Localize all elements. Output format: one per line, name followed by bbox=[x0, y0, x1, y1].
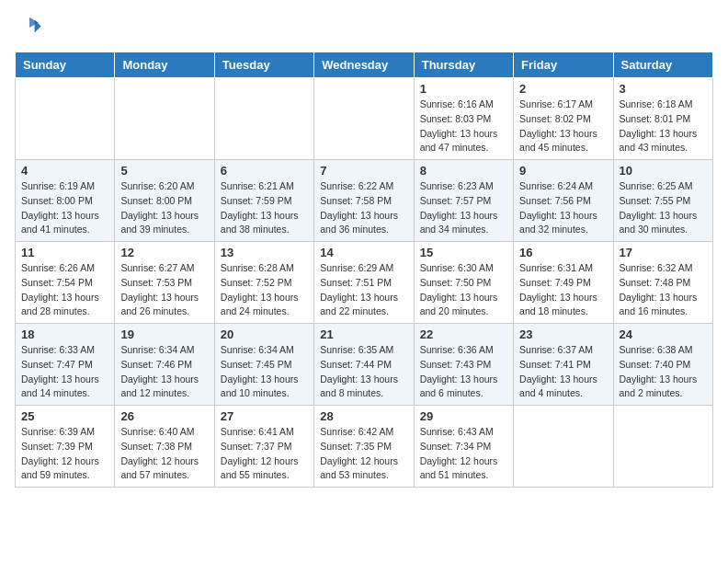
calendar-cell: 20Sunrise: 6:34 AM Sunset: 7:45 PM Dayli… bbox=[214, 324, 313, 406]
day-number: 23 bbox=[519, 327, 607, 341]
day-number: 21 bbox=[320, 327, 407, 341]
weekday-header-wednesday: Wednesday bbox=[314, 52, 414, 78]
day-number: 11 bbox=[21, 246, 108, 259]
day-number: 19 bbox=[120, 327, 208, 341]
day-info: Sunrise: 6:37 AM Sunset: 7:41 PM Dayligh… bbox=[519, 343, 607, 401]
day-info: Sunrise: 6:24 AM Sunset: 7:56 PM Dayligh… bbox=[519, 179, 607, 237]
day-info: Sunrise: 6:36 AM Sunset: 7:43 PM Dayligh… bbox=[420, 343, 507, 401]
day-number: 16 bbox=[519, 246, 607, 259]
day-info: Sunrise: 6:34 AM Sunset: 7:46 PM Dayligh… bbox=[120, 343, 208, 401]
calendar-cell bbox=[514, 406, 613, 488]
calendar-cell bbox=[314, 78, 414, 160]
calendar-cell: 19Sunrise: 6:34 AM Sunset: 7:46 PM Dayli… bbox=[115, 324, 214, 406]
calendar-cell bbox=[115, 78, 214, 160]
day-info: Sunrise: 6:34 AM Sunset: 7:45 PM Dayligh… bbox=[221, 343, 308, 401]
day-info: Sunrise: 6:16 AM Sunset: 8:03 PM Dayligh… bbox=[420, 98, 507, 155]
calendar-cell: 11Sunrise: 6:26 AM Sunset: 7:54 PM Dayli… bbox=[16, 242, 115, 324]
calendar-week-row: 4Sunrise: 6:19 AM Sunset: 8:00 PM Daylig… bbox=[16, 160, 713, 242]
day-info: Sunrise: 6:17 AM Sunset: 8:02 PM Dayligh… bbox=[519, 98, 607, 155]
day-number: 27 bbox=[221, 409, 308, 423]
day-number: 17 bbox=[620, 246, 707, 259]
day-number: 25 bbox=[21, 409, 108, 423]
day-number: 22 bbox=[420, 327, 507, 341]
calendar-cell: 4Sunrise: 6:19 AM Sunset: 8:00 PM Daylig… bbox=[16, 160, 115, 242]
day-number: 6 bbox=[221, 164, 308, 178]
day-info: Sunrise: 6:39 AM Sunset: 7:39 PM Dayligh… bbox=[21, 425, 108, 483]
calendar-cell: 15Sunrise: 6:30 AM Sunset: 7:50 PM Dayli… bbox=[414, 242, 513, 324]
calendar-cell: 14Sunrise: 6:29 AM Sunset: 7:51 PM Dayli… bbox=[314, 242, 414, 324]
day-info: Sunrise: 6:20 AM Sunset: 8:00 PM Dayligh… bbox=[120, 179, 208, 237]
calendar-cell: 23Sunrise: 6:37 AM Sunset: 7:41 PM Dayli… bbox=[514, 324, 613, 406]
day-number: 2 bbox=[519, 82, 607, 96]
weekday-header-friday: Friday bbox=[514, 52, 613, 78]
calendar-cell: 18Sunrise: 6:33 AM Sunset: 7:47 PM Dayli… bbox=[16, 324, 115, 406]
day-number: 24 bbox=[620, 327, 707, 341]
day-number: 7 bbox=[320, 164, 407, 178]
calendar-cell: 27Sunrise: 6:41 AM Sunset: 7:37 PM Dayli… bbox=[214, 406, 313, 488]
day-number: 29 bbox=[420, 409, 507, 423]
day-info: Sunrise: 6:31 AM Sunset: 7:49 PM Dayligh… bbox=[519, 261, 607, 319]
calendar-cell: 9Sunrise: 6:24 AM Sunset: 7:56 PM Daylig… bbox=[514, 160, 613, 242]
calendar-cell: 12Sunrise: 6:27 AM Sunset: 7:53 PM Dayli… bbox=[115, 242, 214, 324]
day-info: Sunrise: 6:22 AM Sunset: 7:58 PM Dayligh… bbox=[320, 179, 407, 237]
calendar-week-row: 25Sunrise: 6:39 AM Sunset: 7:39 PM Dayli… bbox=[16, 406, 713, 488]
day-number: 26 bbox=[120, 409, 208, 423]
day-info: Sunrise: 6:28 AM Sunset: 7:52 PM Dayligh… bbox=[221, 261, 308, 319]
calendar-header-row: SundayMondayTuesdayWednesdayThursdayFrid… bbox=[16, 52, 713, 78]
day-info: Sunrise: 6:21 AM Sunset: 7:59 PM Dayligh… bbox=[221, 179, 308, 237]
day-info: Sunrise: 6:25 AM Sunset: 7:55 PM Dayligh… bbox=[620, 179, 707, 237]
day-number: 4 bbox=[21, 164, 108, 178]
calendar-cell: 10Sunrise: 6:25 AM Sunset: 7:55 PM Dayli… bbox=[613, 160, 712, 242]
calendar-cell: 1Sunrise: 6:16 AM Sunset: 8:03 PM Daylig… bbox=[414, 78, 513, 160]
calendar-cell: 22Sunrise: 6:36 AM Sunset: 7:43 PM Dayli… bbox=[414, 324, 513, 406]
day-number: 9 bbox=[519, 164, 607, 178]
day-info: Sunrise: 6:38 AM Sunset: 7:40 PM Dayligh… bbox=[620, 343, 707, 401]
day-number: 13 bbox=[221, 246, 308, 259]
calendar-table: SundayMondayTuesdayWednesdayThursdayFrid… bbox=[15, 52, 713, 488]
calendar-cell: 25Sunrise: 6:39 AM Sunset: 7:39 PM Dayli… bbox=[16, 406, 115, 488]
calendar-cell: 7Sunrise: 6:22 AM Sunset: 7:58 PM Daylig… bbox=[314, 160, 414, 242]
day-number: 14 bbox=[320, 246, 407, 259]
day-number: 5 bbox=[120, 164, 208, 178]
calendar-cell: 6Sunrise: 6:21 AM Sunset: 7:59 PM Daylig… bbox=[214, 160, 313, 242]
calendar-cell: 28Sunrise: 6:42 AM Sunset: 7:35 PM Dayli… bbox=[314, 406, 414, 488]
day-number: 3 bbox=[620, 82, 707, 96]
calendar-cell: 8Sunrise: 6:23 AM Sunset: 7:57 PM Daylig… bbox=[414, 160, 513, 242]
day-info: Sunrise: 6:35 AM Sunset: 7:44 PM Dayligh… bbox=[320, 343, 407, 401]
calendar-cell: 29Sunrise: 6:43 AM Sunset: 7:34 PM Dayli… bbox=[414, 406, 513, 488]
day-number: 1 bbox=[420, 82, 507, 96]
day-info: Sunrise: 6:30 AM Sunset: 7:50 PM Dayligh… bbox=[420, 261, 507, 319]
calendar-week-row: 11Sunrise: 6:26 AM Sunset: 7:54 PM Dayli… bbox=[16, 242, 713, 324]
calendar-cell: 16Sunrise: 6:31 AM Sunset: 7:49 PM Dayli… bbox=[514, 242, 613, 324]
calendar-cell: 17Sunrise: 6:32 AM Sunset: 7:48 PM Dayli… bbox=[613, 242, 712, 324]
day-number: 28 bbox=[320, 409, 407, 423]
day-number: 18 bbox=[21, 327, 108, 341]
day-number: 8 bbox=[420, 164, 507, 178]
day-info: Sunrise: 6:32 AM Sunset: 7:48 PM Dayligh… bbox=[620, 261, 707, 319]
weekday-header-sunday: Sunday bbox=[16, 52, 115, 78]
day-info: Sunrise: 6:40 AM Sunset: 7:38 PM Dayligh… bbox=[120, 425, 208, 483]
day-info: Sunrise: 6:43 AM Sunset: 7:34 PM Dayligh… bbox=[420, 425, 507, 483]
calendar-cell: 24Sunrise: 6:38 AM Sunset: 7:40 PM Dayli… bbox=[613, 324, 712, 406]
weekday-header-monday: Monday bbox=[115, 52, 214, 78]
weekday-header-thursday: Thursday bbox=[414, 52, 513, 78]
calendar-cell bbox=[214, 78, 313, 160]
day-number: 20 bbox=[221, 327, 308, 341]
day-info: Sunrise: 6:29 AM Sunset: 7:51 PM Dayligh… bbox=[320, 261, 407, 319]
page-header bbox=[15, 15, 713, 44]
calendar-cell: 21Sunrise: 6:35 AM Sunset: 7:44 PM Dayli… bbox=[314, 324, 414, 406]
calendar-cell: 26Sunrise: 6:40 AM Sunset: 7:38 PM Dayli… bbox=[115, 406, 214, 488]
calendar-cell: 5Sunrise: 6:20 AM Sunset: 8:00 PM Daylig… bbox=[115, 160, 214, 242]
day-info: Sunrise: 6:41 AM Sunset: 7:37 PM Dayligh… bbox=[221, 425, 308, 483]
calendar-cell: 13Sunrise: 6:28 AM Sunset: 7:52 PM Dayli… bbox=[214, 242, 313, 324]
calendar-week-row: 18Sunrise: 6:33 AM Sunset: 7:47 PM Dayli… bbox=[16, 324, 713, 406]
day-info: Sunrise: 6:27 AM Sunset: 7:53 PM Dayligh… bbox=[120, 261, 208, 319]
day-info: Sunrise: 6:19 AM Sunset: 8:00 PM Dayligh… bbox=[21, 179, 108, 237]
weekday-header-saturday: Saturday bbox=[613, 52, 712, 78]
calendar-cell: 3Sunrise: 6:18 AM Sunset: 8:01 PM Daylig… bbox=[613, 78, 712, 160]
calendar-cell bbox=[16, 78, 115, 160]
logo bbox=[15, 15, 42, 44]
day-info: Sunrise: 6:18 AM Sunset: 8:01 PM Dayligh… bbox=[620, 98, 707, 155]
day-info: Sunrise: 6:42 AM Sunset: 7:35 PM Dayligh… bbox=[320, 425, 407, 483]
day-number: 15 bbox=[420, 246, 507, 259]
